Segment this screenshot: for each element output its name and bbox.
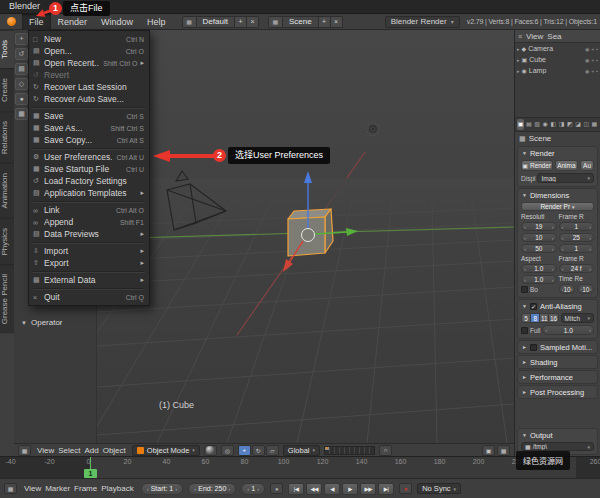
viewport-menu-item[interactable]: Add (82, 446, 100, 455)
file-menu-item[interactable]: ▧ Application Templates (29, 187, 149, 199)
time-remap-field[interactable]: 10 (577, 284, 594, 294)
add-scene-button[interactable]: + (319, 16, 331, 28)
file-menu-item[interactable]: ▦ Save Startup File Ctrl U (29, 163, 149, 175)
file-menu-item[interactable]: ∞ Append Shift F1 (29, 216, 149, 228)
timeline-editor-icon[interactable]: ▦ (4, 483, 17, 494)
output-panel-header[interactable]: Output (518, 429, 597, 441)
file-menu-item[interactable]: ↺ Revert (29, 69, 149, 81)
end-frame-field[interactable]: End: 250 (188, 483, 236, 495)
timeline-menu-item[interactable]: Frame (72, 484, 99, 493)
renderability-icon[interactable]: ▪ (596, 57, 598, 63)
world-tab-icon[interactable]: ◉ (542, 119, 549, 130)
aa-samples-button[interactable]: 16 (549, 314, 557, 322)
scene-tab-icon[interactable]: ▥ (533, 119, 540, 130)
frame-rate-field[interactable]: 24 f (559, 264, 595, 273)
tool-shelf-tab[interactable]: Grease Pencil (0, 264, 14, 333)
file-menu-item[interactable]: ▤ Open Recent... Shift Ctrl O (29, 57, 149, 69)
selectability-icon[interactable]: + (591, 46, 594, 52)
frame-range-field[interactable]: 1 (559, 244, 595, 253)
mode-dropdown[interactable]: Object Mode (132, 445, 200, 456)
data-tab-icon[interactable]: ◪ (574, 119, 581, 130)
menu-help[interactable]: Help (140, 14, 173, 30)
tool-shelf-button[interactable]: ▦ (15, 108, 28, 120)
cube-object[interactable] (288, 209, 333, 256)
tool-shelf-button[interactable]: + (15, 33, 28, 45)
tool-shelf-button[interactable]: ▤ (15, 63, 28, 75)
tool-shelf-button[interactable]: ● (15, 93, 28, 105)
frame-range-field[interactable]: 1 (559, 222, 595, 231)
manipulator-scale-button[interactable]: ▱ (266, 445, 279, 456)
resolution-field[interactable]: 19 (521, 222, 557, 231)
texture-tab-icon[interactable]: ▦ (591, 119, 598, 130)
outliner-search-menu[interactable]: Sea (547, 32, 561, 41)
delete-scene-button[interactable]: × (331, 16, 343, 28)
viewport-menu-item[interactable]: Object (101, 446, 128, 455)
border-checkbox[interactable] (521, 286, 528, 293)
render-preview-icon[interactable]: ▦ (497, 445, 510, 456)
expand-icon[interactable]: ▸ (517, 57, 520, 63)
collapsed-panel-header[interactable]: Performance (518, 371, 597, 383)
menu-file[interactable]: File (22, 14, 51, 30)
render-layers-tab-icon[interactable]: ▤ (525, 119, 532, 130)
file-menu-item[interactable]: ∞ Link Ctrl Alt O (29, 204, 149, 216)
expand-icon[interactable]: ▸ (517, 68, 520, 74)
file-menu-item[interactable]: ⇧ Export (29, 257, 149, 269)
tool-shelf-tab[interactable]: Animation (0, 163, 14, 218)
timeline-menu-item[interactable]: View (22, 484, 43, 493)
render-button[interactable]: ▣ Render (521, 160, 553, 171)
resolution-field[interactable]: 50 (521, 244, 557, 253)
timeline-menu-item[interactable]: Playback (99, 484, 135, 493)
file-menu-item[interactable]: ▩ External Data (29, 274, 149, 286)
play-reverse-button[interactable]: ◀ (324, 483, 340, 495)
render-engine-dropdown[interactable]: Blender Render (385, 16, 460, 28)
file-menu-item[interactable]: ▦ Save Ctrl S (29, 110, 149, 122)
scene-name-field[interactable]: Scene (283, 16, 319, 28)
aspect-field[interactable]: 1.0 (521, 275, 557, 284)
prev-keyframe-button[interactable]: ◀◀ (306, 483, 322, 495)
auto-keyframe-button[interactable]: ● (270, 483, 283, 494)
file-menu-item[interactable]: ▦ Save As... Shift Ctrl S (29, 122, 149, 134)
anti-aliasing-panel-header[interactable]: Anti-Aliasing (518, 300, 597, 312)
next-keyframe-button[interactable]: ▶▶ (360, 483, 376, 495)
renderability-icon[interactable]: ▪ (596, 46, 598, 52)
constraints-tab-icon[interactable]: ◨ (558, 119, 565, 130)
playhead-frame-label[interactable]: 1 (84, 469, 97, 478)
play-button[interactable]: ▶ (342, 483, 358, 495)
display-dropdown[interactable]: Imag (537, 173, 594, 183)
anti-aliasing-checkbox[interactable] (530, 303, 537, 310)
aspect-field[interactable]: 1.0 (521, 264, 557, 273)
aa-samples-button[interactable]: 11 (540, 314, 549, 322)
file-menu-item[interactable]: ↻ Recover Auto Save... (29, 93, 149, 105)
record-button[interactable]: ● (399, 483, 412, 494)
timeline-menu-item[interactable]: Marker (43, 484, 72, 493)
panel-checkbox[interactable] (530, 344, 537, 351)
scene-browse-icon[interactable]: ▦ (268, 16, 283, 28)
visibility-icon[interactable]: ◉ (585, 46, 589, 52)
tool-shelf-tab[interactable]: Physics (0, 218, 14, 265)
resolution-field[interactable]: 10 (521, 233, 557, 242)
expand-icon[interactable]: ▸ (517, 46, 520, 52)
aa-filter-dropdown[interactable]: Mitch (561, 313, 594, 323)
visibility-icon[interactable]: ◉ (585, 68, 589, 74)
pivot-dropdown[interactable]: ◎ (221, 445, 234, 456)
frame-range-field[interactable]: 25 (559, 233, 595, 242)
operator-panel-header[interactable]: Operator (21, 318, 63, 327)
file-menu-item[interactable]: ▨ Data Previews (29, 228, 149, 240)
file-menu-item[interactable]: ⚙ User Preferences... Ctrl Alt U (29, 151, 149, 163)
viewport-menu-item[interactable]: Select (56, 446, 82, 455)
delete-screen-button[interactable]: × (247, 16, 259, 28)
manipulator-translate-button[interactable]: + (238, 445, 251, 456)
full-sample-checkbox[interactable] (521, 327, 528, 334)
render-animation-button[interactable]: Anima (555, 160, 579, 171)
layers-widget[interactable] (324, 446, 375, 455)
blender-logo-icon[interactable] (0, 17, 22, 26)
add-screen-button[interactable]: + (235, 16, 247, 28)
tool-shelf-button[interactable]: ◇ (15, 78, 28, 90)
file-menu-item[interactable]: ▤ Open... Ctrl O (29, 45, 149, 57)
tool-shelf-tab[interactable]: Create (0, 68, 14, 111)
outliner-row-cube[interactable]: ▸ ▣ Cube ◉ + ▪ (515, 54, 600, 65)
file-menu-item[interactable]: × Quit Ctrl Q (29, 291, 149, 303)
timeline-ruler[interactable]: -40 -20 0 20 40 60 80 100 120 140 160 (0, 456, 600, 478)
viewport-canvas[interactable] (97, 30, 514, 443)
lamp-object[interactable] (367, 123, 380, 136)
